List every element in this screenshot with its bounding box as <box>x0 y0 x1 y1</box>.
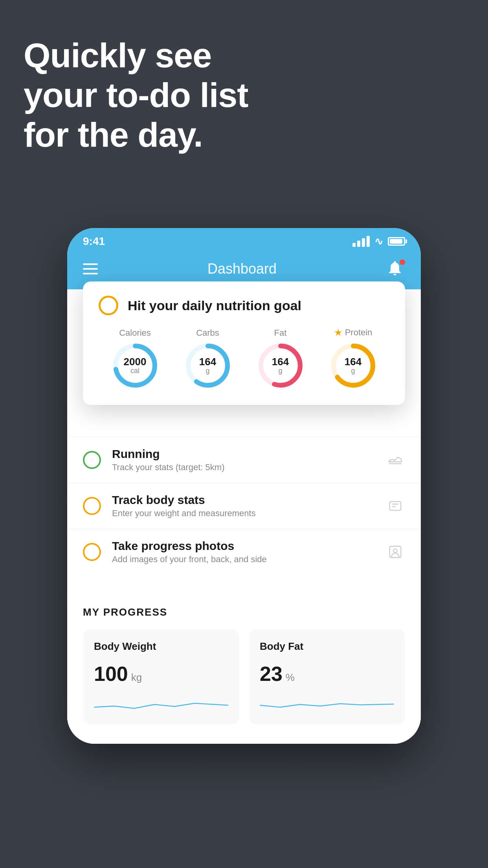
battery-icon <box>388 237 405 246</box>
nav-title: Dashboard <box>207 261 277 277</box>
running-sub: Track your stats (target: 5km) <box>112 462 374 473</box>
photos-sub: Add images of your front, back, and side <box>112 554 374 565</box>
wifi-icon: ∿ <box>374 235 383 248</box>
calories-donut: 2000 cal <box>112 342 159 389</box>
todo-item-photos[interactable]: Take progress photos Add images of your … <box>67 529 421 575</box>
protein-donut: 164 g <box>330 342 377 389</box>
body-weight-card-title: Body Weight <box>94 640 228 653</box>
progress-section: MY PROGRESS Body Weight 100 kg <box>67 590 421 744</box>
running-title: Running <box>112 447 374 461</box>
person-icon <box>385 542 405 562</box>
status-bar: 9:41 ∿ <box>67 228 421 252</box>
body-weight-value: 100 <box>94 662 128 686</box>
star-icon: ★ <box>334 327 343 338</box>
calories-label: Calories <box>119 328 151 338</box>
todo-item-body-stats[interactable]: Track body stats Enter your weight and m… <box>67 483 421 529</box>
fat-label: Fat <box>274 328 287 338</box>
scale-icon <box>385 496 405 516</box>
macro-protein: ★ Protein 164 g <box>330 327 377 389</box>
time: 9:41 <box>83 235 105 248</box>
macro-carbs: Carbs 164 g <box>184 328 231 389</box>
todo-item-running[interactable]: Running Track your stats (target: 5km) <box>67 437 421 483</box>
photos-text: Take progress photos Add images of your … <box>112 539 374 565</box>
notification-dot <box>400 259 405 265</box>
carbs-donut: 164 g <box>184 342 231 389</box>
photos-circle <box>83 543 101 561</box>
card-header: Hit your daily nutrition goal <box>99 296 389 315</box>
body-weight-value-row: 100 kg <box>94 662 228 686</box>
macros-row: Calories 2000 cal Carbs <box>99 327 389 389</box>
body-fat-value: 23 <box>260 662 283 686</box>
macro-fat: Fat 164 g <box>257 328 304 389</box>
todo-list: Running Track your stats (target: 5km) T… <box>67 437 421 575</box>
macro-calories: Calories 2000 cal <box>112 328 159 389</box>
card-title: Hit your daily nutrition goal <box>128 298 301 313</box>
shoe-icon <box>385 450 405 470</box>
svg-point-10 <box>393 549 397 553</box>
body-stats-text: Track body stats Enter your weight and m… <box>112 493 374 519</box>
body-fat-card[interactable]: Body Fat 23 % <box>249 629 405 724</box>
notification-button[interactable] <box>386 259 405 278</box>
body-fat-value-row: 23 % <box>260 662 394 686</box>
body-stats-circle <box>83 497 101 515</box>
body-stats-title: Track body stats <box>112 493 374 507</box>
card-check-circle <box>99 296 118 315</box>
signal-icon <box>352 236 370 247</box>
body-fat-sparkline <box>260 693 394 713</box>
content-area: THINGS TO DO TODAY Hit your daily nutrit… <box>67 289 421 744</box>
carbs-label: Carbs <box>196 328 219 338</box>
running-circle <box>83 451 101 469</box>
status-icons: ∿ <box>352 235 405 248</box>
body-weight-card[interactable]: Body Weight 100 kg <box>83 629 239 724</box>
svg-rect-8 <box>390 502 401 510</box>
body-weight-sparkline <box>94 693 228 713</box>
nutrition-card: Hit your daily nutrition goal Calories 2… <box>83 281 405 405</box>
body-fat-unit: % <box>286 671 295 684</box>
body-weight-unit: kg <box>131 671 142 684</box>
protein-label: ★ Protein <box>334 327 372 338</box>
progress-cards: Body Weight 100 kg Body Fat 23 <box>83 629 405 724</box>
body-fat-card-title: Body Fat <box>260 640 394 653</box>
menu-button[interactable] <box>83 263 98 274</box>
headline-text: Quickly see your to-do list for the day. <box>24 35 248 155</box>
running-text: Running Track your stats (target: 5km) <box>112 447 374 473</box>
progress-section-title: MY PROGRESS <box>83 606 405 618</box>
phone-frame: 9:41 ∿ Dashboard THINGS TO DO TODAY <box>67 228 421 744</box>
fat-donut: 164 g <box>257 342 304 389</box>
photos-title: Take progress photos <box>112 539 374 553</box>
body-stats-sub: Enter your weight and measurements <box>112 508 374 519</box>
